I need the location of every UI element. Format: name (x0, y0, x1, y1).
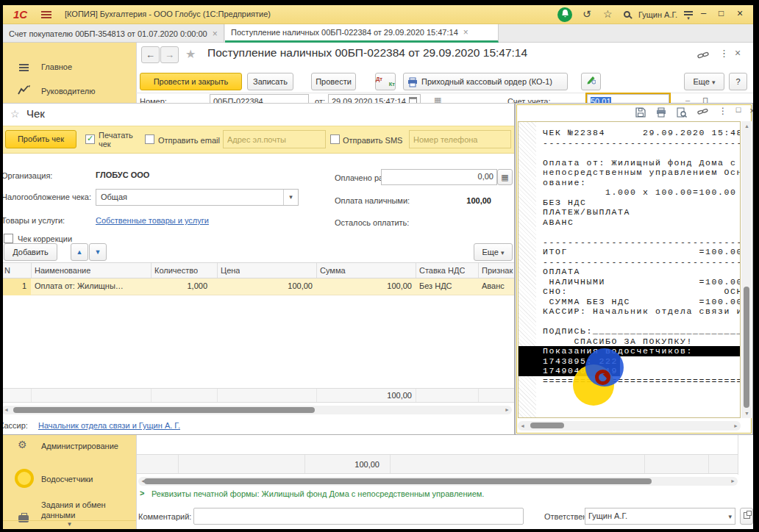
move-up-button[interactable] (71, 243, 88, 261)
bottom-hscrollbar[interactable] (138, 477, 738, 486)
edit-pen-button[interactable] (581, 73, 601, 90)
receipt-line: ПОДПИСЬ:________________________ (543, 326, 740, 337)
tax-combo[interactable]: Общая (96, 189, 299, 206)
tab-cash-receipt[interactable]: Поступление наличных 00БП-022384 от 29.0… (225, 24, 499, 43)
dt-kt-button[interactable]: ДтКт (375, 73, 396, 90)
table-more-button[interactable]: Еще (474, 243, 513, 261)
print-check-checkbox[interactable] (85, 134, 95, 144)
org-label: Организация: (1, 171, 52, 180)
search-icon[interactable] (624, 11, 630, 18)
receipt-vscrollbar[interactable] (741, 121, 752, 418)
close-button[interactable] (737, 7, 743, 19)
row-qty: 1,000 (151, 281, 207, 290)
receipt-line: Показания водосчетчиков: (519, 346, 740, 356)
sidebar-more-chevron[interactable] (3, 520, 136, 529)
send-email-checkbox[interactable] (145, 134, 154, 144)
scrollbar-thumb[interactable] (530, 423, 564, 428)
print-icon[interactable] (654, 107, 669, 119)
requisites-link[interactable]: Реквизиты печатной формы: Жилищный фонд … (152, 489, 484, 498)
phone-input[interactable] (409, 130, 511, 148)
doc-close-icon[interactable] (735, 47, 741, 59)
expand-chevron-icon[interactable] (140, 489, 144, 497)
tab-cash-receipt-label: Поступление наличных 00БП-022384 от 29.0… (231, 28, 458, 37)
tab-close-icon[interactable] (213, 29, 218, 39)
cash-order-print-button[interactable]: Приходный кассовый ордер (КО-1) (403, 73, 568, 90)
sidebar-item-zadaniya[interactable]: Задания и обмен данными (41, 500, 122, 520)
save-button[interactable]: Записать (247, 73, 293, 90)
favorite-star-icon[interactable] (185, 47, 196, 61)
paid-earlier-field[interactable]: 0,00 (381, 169, 497, 185)
get-link-icon[interactable] (697, 51, 709, 62)
print-check-label: Печатать чек (99, 131, 141, 148)
tax-label: Налогообложение чека: (1, 193, 91, 201)
scrollbar-thumb[interactable] (744, 287, 749, 408)
help-button[interactable]: ? (729, 73, 747, 90)
minimize-button[interactable] (701, 7, 706, 18)
nav-forward-button[interactable] (160, 46, 179, 63)
receipt-line: ПЛАТЕЖ/ВЫПЛАТА (543, 207, 740, 218)
receipt-hscrollbar[interactable] (518, 421, 741, 431)
maximize-button[interactable] (719, 8, 724, 18)
bottom-table-footer: 100,00 (137, 454, 738, 474)
sidebar-item-vodoschetchiki[interactable]: Водосчетчики (41, 475, 93, 484)
table-row[interactable]: 1 Оплата от: Жилищны… 1,000 100,00 100,0… (0, 278, 514, 295)
table-header: N Наименование Количество Цена Сумма Ста… (0, 262, 514, 278)
chevron-down-icon[interactable] (283, 190, 298, 205)
goods-label: Товары и услуги: (1, 216, 65, 225)
panel-maximize-icon[interactable] (731, 105, 746, 117)
comment-input[interactable] (193, 508, 524, 525)
current-user[interactable]: Гущин А.Г. (638, 10, 677, 19)
row-vat: Без НДС (419, 281, 452, 290)
water-meter-icon (15, 469, 34, 488)
gear-icon (18, 439, 27, 450)
doc-more-button[interactable]: Еще (684, 73, 724, 90)
sidebar-item-administrirovanie[interactable]: Администрирование (41, 442, 118, 450)
comment-label: Комментарий: (138, 512, 191, 521)
col-n: N (4, 266, 10, 275)
screen-frame (0, 529, 759, 532)
save-icon[interactable] (633, 107, 648, 119)
tab-close-icon[interactable] (463, 27, 468, 37)
dialog-star-icon[interactable] (10, 108, 20, 120)
sidebar-item-rukovoditelyu[interactable]: Руководителю (41, 87, 95, 96)
table-total: 100,00 (320, 391, 412, 400)
move-down-button[interactable] (89, 243, 107, 261)
receipt-preview-window: ЧЕК №22384 29.09.2020 15:48-------------… (515, 103, 753, 435)
dialog-hscrollbar[interactable] (1, 406, 512, 414)
col-sign: Признак способа р (482, 266, 513, 275)
tab-invoice[interactable]: Счет покупателю 00БП-354813 от 01.07.202… (3, 24, 224, 43)
receipt-line: НАЛИЧНЫМИ =100.00 (543, 277, 740, 287)
menu-lines-icon (19, 64, 29, 73)
link-icon[interactable] (695, 107, 710, 119)
preview-icon[interactable] (674, 107, 689, 119)
table-footer: 100,00 (0, 388, 514, 403)
email-input[interactable] (223, 130, 326, 148)
post-button[interactable]: Провести (311, 73, 356, 90)
chevron-down-icon[interactable] (728, 509, 732, 525)
cashier-link[interactable]: Начальник отдела связи и Гущин А. Г. (38, 421, 180, 430)
main-menu-icon[interactable] (41, 11, 51, 20)
scrollbar-thumb[interactable] (13, 407, 315, 413)
add-row-button[interactable]: Добавить (4, 243, 57, 261)
fire-check-button[interactable]: Пробить чек (5, 130, 76, 148)
correction-checkbox[interactable] (4, 234, 13, 243)
post-and-close-button[interactable]: Провести и закрыть (140, 73, 242, 90)
responsible-field[interactable]: Гущин А.Г. (585, 508, 735, 525)
scrollbar-thumb[interactable] (144, 478, 652, 484)
doc-more-icon[interactable] (719, 48, 729, 59)
sidebar-item-glavnoe[interactable]: Главное (41, 62, 72, 71)
send-sms-checkbox[interactable] (330, 134, 340, 144)
service-menu-icon[interactable]: ▾ (684, 11, 693, 20)
notification-bell-icon[interactable] (557, 7, 572, 22)
receipt-line: 1.000 x 100.00=100.00 (543, 187, 740, 198)
rest-label: Осталось оплатить: (335, 218, 409, 227)
history-icon[interactable] (582, 8, 591, 20)
row-num: 1 (0, 281, 26, 290)
goods-link[interactable]: Собственные товары и услуги (96, 216, 209, 225)
nav-back-button[interactable] (141, 46, 160, 63)
panel-more-icon[interactable] (716, 106, 730, 118)
calc-icon-button[interactable] (497, 169, 513, 185)
responsible-open-button[interactable] (740, 508, 753, 525)
favorites-star-icon[interactable] (603, 8, 613, 20)
document-title: Поступление наличных 00БП-022384 от 29.0… (207, 46, 527, 60)
